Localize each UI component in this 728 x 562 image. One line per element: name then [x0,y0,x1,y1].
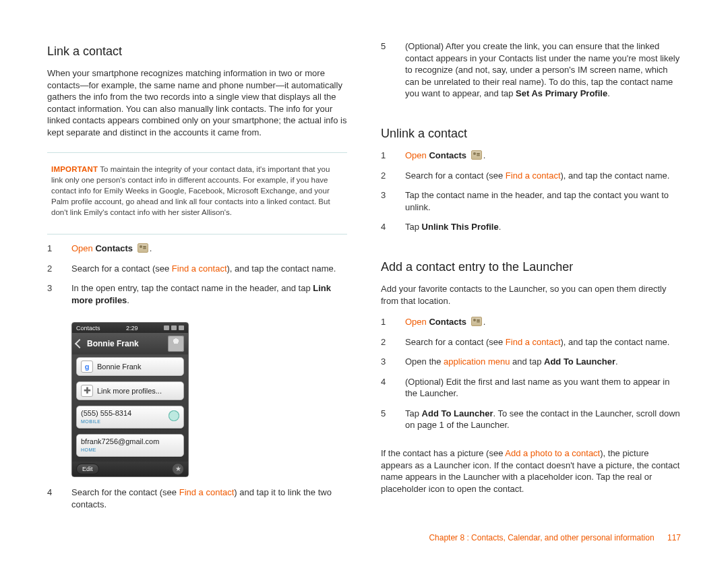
divider [47,152,347,153]
set-primary-profile-label: Set As Primary Profile [516,88,607,98]
text: . [499,222,502,232]
unlink-this-profile-label: Unlink This Profile [422,222,499,232]
favorite-button[interactable]: ★ [172,463,184,475]
step-2: Search for a contact (see Find a contact… [381,336,681,348]
add-to-launcher-label: Add To Launcher [422,408,493,418]
text: Search for a contact (see [71,263,172,274]
period: . [150,243,152,253]
heading-add-contact-to-launcher: Add a contact entry to the Launcher [381,259,681,275]
step-1: Open Contacts . [381,150,681,162]
edit-button[interactable]: Edit [76,464,99,474]
signal-icon [164,325,169,330]
step-4: Search for the contact (see Find a conta… [47,487,347,510]
period: . [483,150,486,160]
text: ), and tap the contact name. [561,170,670,181]
link-contact-intro: When your smartphone recognizes matching… [47,67,347,138]
find-a-contact-link[interactable]: Find a contact [506,337,561,347]
text: Open the [405,356,444,367]
google-icon: g [81,361,93,373]
find-a-contact-link[interactable]: Find a contact [506,170,561,181]
status-time: 2:29 [126,324,138,332]
phone-value: (555) 555-8314 [81,410,131,417]
back-icon[interactable] [75,339,84,348]
email-value: bfrank7256@gmail.com [81,438,159,445]
add-to-launcher-closing: If the contact has a picture (see Add a … [381,447,681,495]
contacts-app-icon [471,317,482,326]
chapter-label: Chapter 8 : Contacts, Calendar, and othe… [429,533,654,542]
text: and tap [510,356,544,367]
link-more-profiles-row[interactable]: ✚ Link more profiles... [76,381,184,400]
link-contact-steps-right: (Optional) After you create the link, yo… [381,40,681,108]
phone-tag: MOBILE [81,418,100,425]
step-4: Tap Unlink This Profile. [381,221,681,233]
add-to-launcher-intro: Add your favorite contacts to the Launch… [381,283,681,307]
open-link[interactable]: Open [71,243,95,253]
important-label: IMPORTANT [51,165,98,173]
text: Search for the contact (see [71,487,179,497]
important-note: IMPORTANT To maintain the integrity of y… [47,161,347,223]
link-more-profiles-text: Link more profiles... [97,386,162,396]
text: . [615,356,618,367]
contacts-link[interactable]: Contacts [429,317,466,327]
wifi-icon [171,325,177,330]
add-to-launcher-label: Add To Launcher [544,356,615,367]
link-icon: ✚ [81,385,93,397]
step-4: (Optional) Edit the first and last name … [381,376,681,400]
contact-header: Bonnie Frank [72,333,188,354]
text: If the contact has a picture (see [381,448,505,458]
open-link[interactable]: Open [405,150,429,160]
add-to-launcher-steps: Open Contacts . Search for a contact (se… [381,316,681,439]
divider [47,234,347,235]
right-column: (Optional) After you create the link, yo… [381,40,681,542]
unlink-contact-steps: Open Contacts . Search for a contact (se… [381,150,681,241]
edit-bar: Edit ★ [72,462,188,476]
left-column: Link a contact When your smartphone reco… [47,40,347,542]
status-icons [164,325,184,330]
contacts-app-icon [138,243,148,253]
add-photo-link[interactable]: Add a photo to a contact [505,448,600,458]
open-link[interactable]: Open [405,317,429,327]
contact-header-name[interactable]: Bonnie Frank [87,338,164,349]
find-a-contact-link[interactable]: Find a contact [179,487,235,497]
status-app-name: Contacts [76,324,100,332]
contacts-link[interactable]: Contacts [95,243,133,253]
contacts-link[interactable]: Contacts [429,150,466,160]
text: ), and tap the contact name. [227,263,336,274]
linked-profile-name: Bonnie Frank [97,362,141,372]
heading-link-a-contact: Link a contact [47,43,347,59]
text: Tap [405,222,422,232]
text: In the open entry, tap the contact name … [71,283,313,293]
phone-screenshot: Contacts 2:29 Bonnie Frank g Bonnie Fran… [71,322,189,477]
text: . [607,88,610,98]
text: . [127,295,129,305]
link-contact-steps-cont: Search for the contact (see Find a conta… [47,487,347,518]
step-5: (Optional) After you create the link, yo… [381,40,681,100]
battery-icon [179,325,184,330]
phone-field[interactable]: (555) 555-8314 MOBILE [76,406,184,429]
text: Tap [405,408,422,418]
step-1: Open Contacts . [47,243,347,255]
linked-profile-row[interactable]: g Bonnie Frank [76,357,184,376]
find-a-contact-link[interactable]: Find a contact [172,263,227,274]
step-2: Search for a contact (see Find a contact… [47,263,347,275]
link-contact-steps: Open Contacts . Search for a contact (se… [47,243,347,314]
application-menu-link[interactable]: application menu [444,356,510,367]
step-3: In the open entry, tap the contact name … [47,282,347,306]
text: Search for a contact (see [405,170,506,181]
step-5: Tap Add To Launcher. To see the contact … [381,408,681,431]
page-footer: Chapter 8 : Contacts, Calendar, and othe… [0,532,728,543]
heading-unlink-a-contact: Unlink a contact [381,125,681,142]
email-field[interactable]: bfrank7256@gmail.com HOME [76,434,184,457]
text: Search for a contact (see [405,337,506,347]
avatar-icon[interactable] [168,336,184,352]
period: . [483,317,486,327]
page: Link a contact When your smartphone reco… [0,0,728,562]
step-3: Open the application menu and tap Add To… [381,356,681,368]
page-number: 117 [667,533,681,542]
contacts-app-icon [471,150,482,160]
step-2: Search for a contact (see Find a contact… [381,170,681,182]
two-column-layout: Link a contact When your smartphone reco… [47,40,681,542]
status-bar: Contacts 2:29 [72,323,188,333]
step-1: Open Contacts . [381,316,681,328]
text: ), and tap the contact name. [561,337,670,347]
